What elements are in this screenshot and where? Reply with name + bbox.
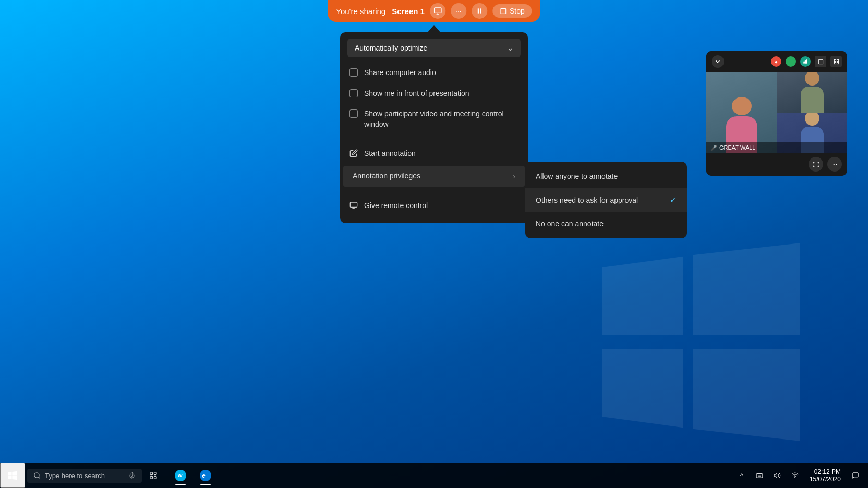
svg-rect-6 [834, 59, 836, 61]
svg-text:W: W [178, 472, 183, 478]
svg-rect-19 [756, 474, 763, 478]
optimize-dropdown[interactable]: Automatically optimize ⌄ [347, 39, 521, 57]
stop-button[interactable]: Stop [492, 4, 532, 18]
network-icon[interactable] [787, 464, 803, 487]
webex-icon: W [175, 470, 186, 481]
show-participant-checkbox[interactable] [349, 109, 358, 118]
check-icon: ✓ [670, 195, 677, 205]
taskbar-app-icons: W e [169, 464, 217, 487]
more-options-button[interactable]: ··· [451, 3, 466, 19]
start-button[interactable] [0, 463, 25, 488]
submenu-arrow-icon: › [513, 172, 515, 180]
no-one-item[interactable]: No one can annotate [525, 212, 687, 235]
expand-icon-button[interactable] [815, 56, 826, 67]
svg-rect-2 [480, 8, 481, 13]
meeting-name-label: GREAT WALL [719, 144, 755, 151]
pause-button[interactable] [472, 3, 487, 19]
svg-rect-14 [154, 476, 156, 479]
show-participant-label: Show participant video and meeting contr… [364, 109, 519, 129]
show-me-item[interactable]: Show me in front of presentation [340, 83, 528, 104]
app-icon-edge[interactable]: e [194, 464, 217, 487]
svg-point-10 [34, 473, 39, 478]
annotation-submenu: Allow anyone to annotate Others need to … [525, 162, 687, 238]
svg-rect-4 [350, 202, 357, 207]
give-remote-label: Give remote control [364, 201, 519, 211]
status-dot-green [786, 56, 796, 67]
video-panel-footer: ··· [706, 153, 847, 176]
start-annotation-label: Start annotation [364, 149, 519, 159]
optimize-label: Automatically optimize [355, 44, 427, 52]
svg-point-21 [794, 478, 795, 478]
svg-rect-13 [150, 476, 153, 479]
search-icon [33, 472, 41, 479]
search-mic-icon [128, 472, 136, 479]
allow-anyone-label: Allow anyone to annotate [536, 172, 618, 180]
system-clock[interactable]: 02:12 PM 15/07/2020 [805, 468, 845, 483]
screen-icon-button[interactable] [430, 3, 445, 19]
svg-marker-20 [774, 473, 777, 478]
mic-icon: 🎤 [710, 145, 717, 151]
give-remote-item[interactable]: Give remote control [340, 196, 528, 217]
svg-rect-8 [834, 62, 836, 64]
taskbar-right-area: ^ [733, 464, 868, 487]
svg-rect-1 [477, 8, 478, 13]
search-input-placeholder: Type here to search [45, 472, 105, 480]
annotation-privileges-item[interactable]: Annotation privileges › [343, 166, 525, 187]
search-bar[interactable]: Type here to search [27, 469, 142, 483]
collapse-button[interactable] [712, 55, 724, 68]
screen-name-link[interactable]: Screen 1 [392, 7, 425, 16]
remote-control-icon [349, 201, 358, 212]
volume-icon[interactable] [769, 464, 786, 487]
svg-rect-5 [818, 59, 823, 64]
show-hidden-icons-button[interactable]: ^ [733, 464, 750, 487]
share-audio-checkbox[interactable] [349, 68, 358, 77]
system-tray: ^ [733, 464, 803, 487]
clock-date: 15/07/2020 [810, 475, 841, 483]
keyboard-icon[interactable] [751, 464, 768, 487]
ask-approval-item[interactable]: Others need to ask for approval ✓ [525, 188, 687, 212]
svg-rect-7 [837, 59, 838, 61]
sharing-bar: You're sharing Screen 1 ··· Stop [328, 0, 540, 22]
notification-button[interactable] [847, 464, 864, 487]
app-icon-webex[interactable]: W [169, 464, 192, 487]
more-icon: ··· [832, 161, 837, 168]
main-menu: Automatically optimize ⌄ Share computer … [340, 32, 528, 223]
video-content: 🎤 GREAT WALL [706, 72, 847, 153]
clock-time: 02:12 PM [810, 468, 841, 475]
edge-icon: e [200, 470, 211, 481]
allow-anyone-item[interactable]: Allow anyone to annotate [525, 165, 687, 188]
annotation-privileges-label: Annotation privileges [353, 171, 507, 181]
video-panel-header: ● [706, 51, 847, 72]
chevron-down-icon: ⌄ [507, 44, 513, 52]
svg-rect-3 [501, 8, 506, 14]
panel-expand-button[interactable] [809, 157, 823, 172]
recording-indicator: ● [771, 56, 781, 67]
svg-rect-0 [434, 8, 441, 13]
share-audio-label: Share computer audio [364, 68, 519, 78]
video-panel: ● [706, 51, 847, 176]
annotation-icon [349, 149, 358, 160]
svg-rect-11 [150, 472, 153, 475]
status-dot-teal [800, 56, 811, 67]
show-me-checkbox[interactable] [349, 89, 358, 97]
sharing-bar-text: You're sharing Screen 1 [336, 7, 425, 16]
svg-point-17 [200, 470, 211, 481]
sharing-bar-description: You're sharing [336, 7, 385, 16]
svg-rect-12 [154, 472, 156, 475]
svg-text:e: e [202, 472, 205, 479]
task-view-button[interactable] [142, 464, 165, 487]
taskbar: Type here to search W e [0, 463, 868, 488]
svg-rect-9 [837, 62, 838, 64]
show-participant-item[interactable]: Show participant video and meeting contr… [340, 104, 528, 135]
show-me-label: Show me in front of presentation [364, 89, 519, 99]
share-audio-item[interactable]: Share computer audio [340, 63, 528, 83]
menu-divider-2 [340, 191, 528, 191]
video-meeting-label: 🎤 GREAT WALL [706, 142, 847, 153]
start-annotation-item[interactable]: Start annotation [340, 143, 528, 165]
grid-icon-button[interactable] [830, 56, 842, 67]
menu-divider-1 [340, 139, 528, 139]
panel-more-button[interactable]: ··· [827, 157, 842, 172]
ask-approval-label: Others need to ask for approval [536, 196, 638, 204]
no-one-label: No one can annotate [536, 219, 604, 228]
